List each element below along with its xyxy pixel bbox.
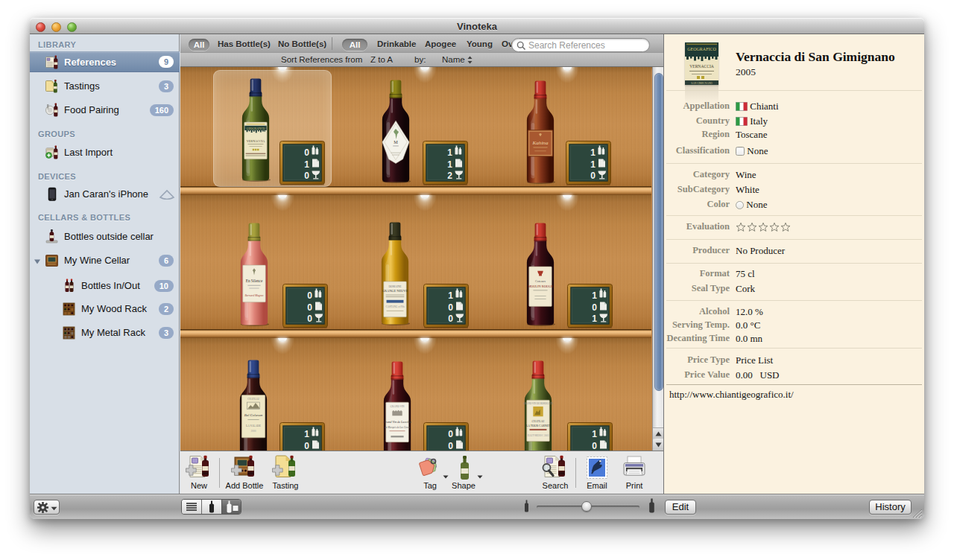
svg-text:Coteaux: Coteaux — [535, 279, 546, 283]
svg-text:1: 1 — [448, 290, 453, 301]
svg-text:0: 0 — [592, 302, 597, 313]
svg-text:CHATEAU: CHATEAU — [532, 420, 545, 423]
svg-text:2000: 2000 — [251, 430, 256, 433]
svg-text:CHATEAU: CHATEAU — [247, 398, 259, 401]
svg-text:GRAND VIN: GRAND VIN — [390, 405, 405, 408]
svg-text:0: 0 — [592, 441, 597, 451]
svg-text:M: M — [394, 139, 398, 144]
svg-text:0: 0 — [448, 302, 453, 313]
svg-text:HAUT-MEDOC 2003: HAUT-MEDOC 2003 — [528, 434, 549, 437]
svg-text:1: 1 — [447, 159, 452, 170]
svg-text:1: 1 — [592, 290, 597, 301]
svg-text:0: 0 — [307, 302, 312, 313]
svg-text:VERNACCIA: VERNACCIA — [247, 139, 265, 143]
svg-text:1: 1 — [592, 429, 597, 439]
svg-text:1: 1 — [590, 159, 596, 170]
svg-text:1: 1 — [447, 147, 452, 158]
svg-text:0: 0 — [590, 171, 596, 181]
svg-text:SAN GIMIGNANO: SAN GIMIGNANO — [691, 82, 713, 85]
svg-text:1: 1 — [304, 159, 309, 170]
svg-text:Grand Vin de Leoville: Grand Vin de Leoville — [383, 420, 411, 424]
svg-text:LA TOUR CARNET: LA TOUR CARNET — [526, 424, 551, 427]
svg-text:du Marquis de Las Cases: du Marquis de Las Cases — [385, 426, 410, 429]
svg-text:1: 1 — [592, 314, 597, 324]
svg-text:En Silence: En Silence — [246, 279, 263, 283]
svg-text:0: 0 — [307, 290, 312, 301]
svg-text:0: 0 — [304, 147, 309, 158]
svg-text:CASTANG et Fils: CASTANG et Fils — [385, 305, 405, 308]
svg-text:Bel Colavan: Bel Colavan — [244, 413, 263, 417]
svg-text:MOULIN ROUGE: MOULIN ROUGE — [528, 284, 553, 288]
svg-text:Bernard Magrez: Bernard Magrez — [245, 294, 264, 297]
svg-text:GEOGRAFICO: GEOGRAFICO — [687, 47, 716, 51]
svg-text:GEOGRAFICO: GEOGRAFICO — [247, 127, 265, 130]
svg-text:0: 0 — [304, 441, 309, 451]
svg-text:0: 0 — [304, 171, 309, 181]
svg-text:0: 0 — [448, 314, 453, 324]
svg-text:0: 0 — [448, 429, 453, 439]
svg-text:VERNACCIA: VERNACCIA — [689, 64, 714, 69]
svg-text:LA VALADE: LA VALADE — [246, 424, 262, 427]
svg-text:0: 0 — [307, 314, 312, 324]
svg-text:DOMAINE: DOMAINE — [388, 285, 402, 288]
svg-text:1: 1 — [590, 147, 596, 158]
svg-text:1: 1 — [304, 429, 309, 439]
svg-text:2: 2 — [447, 171, 452, 181]
svg-text:0: 0 — [448, 441, 453, 451]
svg-text:Kahina: Kahina — [531, 140, 548, 146]
svg-text:GRAND VIN DE BORDEAUX: GRAND VIN DE BORDEAUX — [523, 402, 553, 405]
svg-text:GRANGE NEUVE: GRANGE NEUVE — [382, 289, 408, 293]
